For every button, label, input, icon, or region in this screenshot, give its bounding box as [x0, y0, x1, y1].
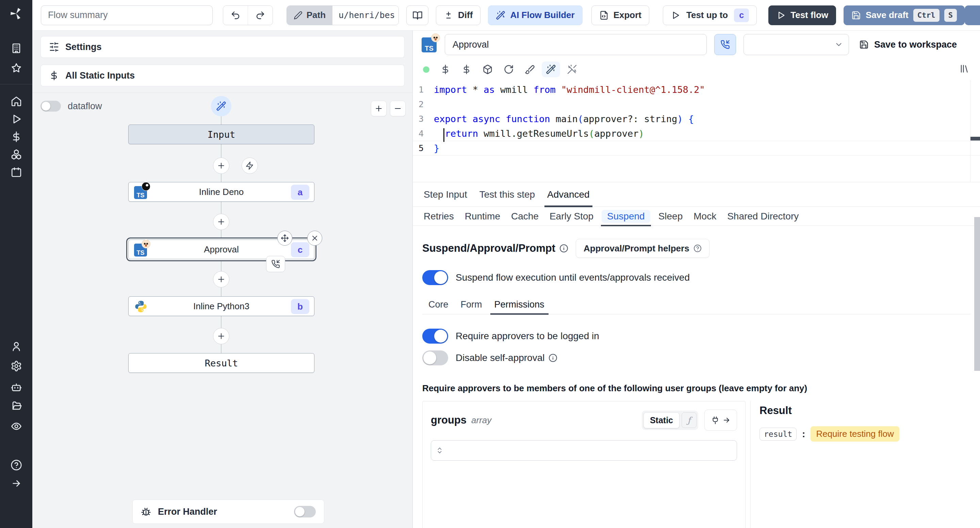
groups-array-input[interactable] [431, 440, 737, 461]
all-static-inputs-button[interactable]: All Static Inputs [40, 65, 404, 86]
step-name-input[interactable] [445, 34, 707, 55]
test-up-to-button[interactable]: Test up to c [663, 5, 757, 25]
approval-prompt-helpers-button[interactable]: Approval/Prompt helpers [576, 239, 710, 258]
connect-input-button[interactable] [705, 410, 737, 431]
flow-summary-input[interactable] [41, 5, 213, 25]
add-step-button[interactable] [213, 328, 229, 344]
ai-graph-wand-button[interactable] [211, 96, 231, 116]
sidebar-item-help[interactable] [0, 456, 32, 474]
format-brush-button[interactable] [525, 64, 535, 75]
step-header: TS Save to workspace [413, 30, 980, 59]
editor-toolbar [413, 59, 980, 80]
info-icon[interactable] [559, 244, 568, 253]
panel-scrollbar[interactable] [974, 217, 980, 371]
tab-advanced[interactable]: Advanced [541, 182, 596, 207]
variables-dollar-button[interactable] [461, 64, 472, 75]
user-icon [11, 340, 22, 352]
ai-assist-button[interactable] [542, 62, 560, 77]
require-login-toggle[interactable] [422, 329, 448, 344]
library-button[interactable] [959, 64, 970, 75]
flow-toolbar: Path u/henri/bes Diff AI Flow Builder Ex… [32, 0, 980, 30]
tab-suspend[interactable]: Suspend [599, 207, 653, 226]
suspend-enable-toggle[interactable] [422, 270, 448, 285]
script-kind-select[interactable] [743, 34, 849, 55]
result-value-badge[interactable]: Require testing flow [811, 426, 899, 442]
export-button[interactable]: Export [592, 5, 649, 25]
graph-zoom-out-button[interactable] [390, 101, 406, 116]
flow-node-input[interactable]: Input [128, 124, 314, 144]
windmill-logo-icon[interactable] [0, 0, 32, 27]
graph-zoom-in-button[interactable] [371, 101, 387, 116]
result-key-badge[interactable]: result [759, 428, 797, 441]
close-icon [311, 234, 319, 242]
sidebar-item-home[interactable] [0, 92, 32, 110]
error-handler-toggle[interactable] [294, 506, 316, 517]
toggle-knob [295, 507, 305, 517]
save-draft-button[interactable]: Save draft Ctrl S [843, 5, 965, 25]
undo-button[interactable] [223, 6, 248, 25]
diff-icon [444, 11, 453, 20]
tab-retries[interactable]: Retries [418, 207, 460, 226]
sidebar-item-runs[interactable] [0, 110, 32, 128]
sidebar-collapse-button[interactable] [0, 475, 32, 492]
tab-core[interactable]: Core [422, 295, 455, 314]
ai-flow-builder-button[interactable]: AI Flow Builder [488, 5, 582, 25]
editor-overview-ruler [970, 80, 970, 182]
path-button[interactable]: Path u/henri/bes [286, 5, 399, 25]
reload-button[interactable] [504, 64, 514, 75]
tab-form[interactable]: Form [455, 295, 488, 314]
redo-button[interactable] [248, 6, 272, 25]
tab-step-input[interactable]: Step Input [417, 182, 473, 207]
flow-node-result[interactable]: Result [128, 353, 314, 373]
code-editor[interactable]: 1 import * as wmill from "windmill-clien… [413, 80, 980, 182]
docs-button[interactable] [406, 5, 428, 25]
tab-cache[interactable]: Cache [506, 207, 544, 226]
step-id-badge: a [291, 185, 309, 200]
package-button[interactable] [482, 64, 493, 75]
dataflow-toggle[interactable] [40, 101, 61, 111]
sidebar-item-audit[interactable] [0, 417, 32, 435]
sidebar-item-folders[interactable] [0, 397, 32, 415]
sidebar-item-resources[interactable] [0, 146, 32, 163]
flow-settings-button[interactable]: Settings [40, 36, 404, 58]
sidebar-item-workers[interactable] [0, 378, 32, 396]
ai-disabled-button[interactable] [567, 64, 577, 75]
test-flow-button[interactable]: Test flow [768, 5, 836, 25]
dollar-icon [49, 70, 59, 81]
delete-node-button[interactable] [307, 231, 322, 246]
sidebar-item-users[interactable] [0, 337, 32, 355]
tab-sleep[interactable]: Sleep [653, 207, 688, 226]
diff-button[interactable]: Diff [436, 5, 480, 25]
tab-permissions[interactable]: Permissions [488, 295, 550, 314]
tab-shared-directory[interactable]: Shared Directory [722, 207, 804, 226]
javascript-mode-button[interactable]: ƒ [682, 412, 697, 428]
add-step-button[interactable] [213, 214, 229, 230]
sidebar-item-variables[interactable] [0, 128, 32, 146]
deno-icon [142, 182, 150, 191]
flow-node-inline-deno[interactable]: TS Inline Deno a [128, 182, 314, 202]
tab-runtime[interactable]: Runtime [460, 207, 506, 226]
suspend-step-button[interactable] [714, 34, 736, 55]
static-mode-button[interactable]: Static [643, 412, 679, 428]
add-step-button[interactable] [213, 157, 229, 174]
add-trigger-button[interactable] [242, 157, 258, 174]
flow-node-inline-python3[interactable]: Inline Python3 b [128, 296, 314, 316]
path-label: Path [307, 10, 326, 21]
disable-self-approval-toggle[interactable] [422, 350, 448, 366]
code-line: 1 import * as wmill from "windmill-clien… [413, 82, 980, 97]
sidebar-item-schedules[interactable] [0, 163, 32, 181]
error-handler-row[interactable]: Error Handler [132, 499, 324, 524]
tab-early-stop[interactable]: Early Stop [544, 207, 599, 226]
sidebar-item-workspace[interactable] [0, 40, 32, 57]
add-step-button[interactable] [213, 271, 229, 288]
tab-test-this-step[interactable]: Test this step [473, 182, 541, 207]
sidebar-item-settings[interactable] [0, 357, 32, 375]
move-node-handle[interactable] [277, 231, 292, 246]
deploy-button-partial[interactable] [965, 5, 980, 25]
info-icon[interactable] [549, 353, 557, 362]
save-to-workspace-button[interactable]: Save to workspace [859, 40, 971, 50]
sidebar-item-favorites[interactable] [0, 59, 32, 77]
minus-icon [393, 104, 402, 113]
assets-dollar-button[interactable] [440, 64, 450, 75]
tab-mock[interactable]: Mock [688, 207, 722, 226]
